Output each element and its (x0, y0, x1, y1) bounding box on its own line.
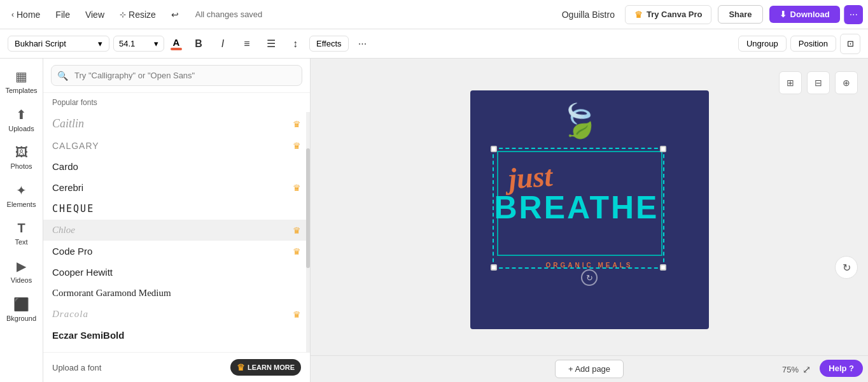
sidebar-label-templates: Templates (5, 87, 37, 94)
text-color-button[interactable]: A (168, 34, 185, 53)
upload-font-bar: Upload a font ♛ LEARN MORE (43, 352, 310, 382)
uploads-icon: ⬆ (16, 107, 27, 122)
scrollbar-track (306, 112, 310, 352)
font-item-cerebri[interactable]: Cerebri ♛ (43, 177, 310, 198)
list-button[interactable]: ☰ (261, 34, 281, 54)
font-search-wrap: 🔍 (51, 65, 302, 86)
font-panel: 🔍 Popular fonts Caitlin ♛ CALGARY ♛ Card… (43, 59, 311, 382)
effects-button[interactable]: Effects (309, 36, 349, 52)
main-area: ▦ Templates ⬆ Uploads 🖼 Photos ✦ Element… (0, 59, 868, 382)
bold-button[interactable]: B (188, 34, 209, 54)
sidebar-item-photos[interactable]: 🖼 Photos (3, 140, 41, 175)
add-tool-button[interactable]: ⊕ (835, 71, 858, 94)
ungroup-button[interactable]: Ungroup (738, 36, 787, 52)
italic-icon: I (221, 38, 224, 50)
download-icon: ⬇ (780, 10, 787, 19)
font-item-calgary[interactable]: CALGARY ♛ (43, 136, 310, 156)
resize-label: Resize (129, 10, 156, 20)
font-item-chloe[interactable]: Chloe ♛ (43, 220, 310, 241)
selection-handle-br[interactable] (660, 264, 666, 271)
more-options-toolbar-button[interactable]: ··· (353, 34, 373, 54)
download-button[interactable]: ⬇ Download (769, 6, 840, 23)
undo-icon: ↩ (171, 10, 179, 20)
font-search-input[interactable] (51, 65, 302, 86)
crown-icon: ♛ (634, 10, 643, 20)
canvas-action-tools: ⊞ ⊟ ⊕ (779, 71, 858, 94)
zoom-expand-icon[interactable]: ⤢ (802, 364, 811, 376)
sidebar-item-videos[interactable]: ▶ Videos (3, 253, 41, 289)
learn-more-button[interactable]: ♛ LEARN MORE (230, 359, 301, 376)
sidebar-item-text[interactable]: T Text (3, 216, 41, 251)
sidebar-item-templates[interactable]: ▦ Templates (3, 64, 41, 99)
sidebar-item-elements[interactable]: ✦ Elements (3, 178, 41, 213)
home-button[interactable]: ‹ Home (5, 6, 46, 24)
color-strip (171, 48, 182, 50)
bold-icon: B (195, 38, 202, 50)
undo-button[interactable]: ↩ (165, 6, 185, 24)
font-item-code-pro[interactable]: Code Pro ♛ (43, 241, 310, 262)
sidebar-label-background: Bkground (6, 315, 36, 322)
scrollbar-thumb[interactable] (306, 148, 310, 269)
font-item-caitlin[interactable]: Caitlin ♛ (43, 112, 310, 136)
more-icon: ··· (358, 38, 367, 50)
text-color-label: A (173, 37, 180, 48)
sidebar-item-background[interactable]: ⬛ Bkground (3, 292, 41, 327)
breathe-text: BREATHE (494, 189, 659, 226)
font-item-cardo[interactable]: Cardo (43, 156, 310, 177)
premium-icon: ♛ (293, 141, 301, 151)
templates-icon: ▦ (15, 69, 27, 84)
copy-tool-button[interactable]: ⊟ (807, 71, 830, 94)
font-item-eczar[interactable]: Eczar SemiBold (43, 325, 310, 346)
font-item-cheque[interactable]: CHEQUE (43, 198, 310, 220)
rotate-button[interactable]: ↻ (835, 256, 858, 279)
help-button[interactable]: Help ? (820, 360, 863, 377)
search-icon: 🔍 (57, 71, 68, 81)
font-name-label: Chloe (52, 225, 75, 236)
list-icon: ☰ (267, 38, 276, 50)
frame-tool-button[interactable]: ⊞ (779, 71, 802, 94)
position-button[interactable]: Position (790, 36, 836, 52)
font-item-cooper-hewitt[interactable]: Cooper Hewitt (43, 262, 310, 283)
font-size-selector[interactable]: 54.1 ▾ (113, 36, 164, 52)
selection-handle-bl[interactable] (491, 264, 497, 271)
font-name-label: CALGARY (52, 141, 99, 151)
learn-more-label: LEARN MORE (248, 364, 295, 371)
chevron-down-icon: ▾ (154, 39, 158, 48)
add-page-button[interactable]: + Add page (555, 360, 624, 378)
font-item-cormorant[interactable]: Cormorant Garamond Medium (43, 283, 310, 304)
share-button[interactable]: Share (718, 5, 762, 24)
font-name-label: Bukhari Script (15, 39, 66, 48)
crown-icon: ♛ (237, 362, 245, 372)
align-button[interactable]: ≡ (237, 34, 257, 54)
font-item-dracola[interactable]: Dracola ♛ (43, 304, 310, 325)
font-name-label: Cooper Hewitt (52, 267, 113, 278)
organic-meals-text: ORGANIC MEALS (546, 262, 633, 269)
leaf-decoration: 🍃 (555, 99, 603, 144)
try-canva-pro-button[interactable]: ♛ Try Canva Pro (625, 5, 711, 24)
spacing-button[interactable]: ↕ (285, 34, 305, 54)
canvas-card[interactable]: 🍃 just BREATHE ORGANIC MEALS ↻ (470, 90, 709, 329)
sidebar-label-text: Text (15, 238, 27, 246)
more-options-button[interactable]: ··· (844, 5, 863, 24)
download-label: Download (790, 10, 830, 19)
font-family-selector[interactable]: Bukhari Script ▾ (8, 36, 109, 52)
font-name-label: Eczar SemiBold (52, 330, 124, 341)
zoom-level: 75% (782, 365, 799, 374)
sidebar-item-uploads[interactable]: ⬆ Uploads (3, 102, 41, 138)
resize-button[interactable]: ⊹ Resize (113, 6, 162, 24)
position-label: Position (799, 39, 828, 48)
file-label: File (55, 10, 70, 20)
font-name-label: Code Pro (52, 246, 92, 257)
chevron-down-icon: ▾ (98, 39, 102, 48)
crop-button[interactable]: ⊡ (840, 34, 860, 54)
italic-button[interactable]: I (213, 34, 233, 54)
project-name: Oguilla Bistro (562, 10, 615, 20)
font-search-bar: 🔍 (43, 59, 310, 93)
font-list: Caitlin ♛ CALGARY ♛ Cardo Cerebri ♛ CHEQ… (43, 112, 310, 352)
view-button[interactable]: View (79, 6, 111, 24)
save-status: All changes saved (195, 10, 263, 19)
file-button[interactable]: File (49, 6, 76, 24)
selection-handle-tl[interactable] (491, 146, 497, 152)
sidebar-label-elements: Elements (7, 201, 36, 208)
premium-icon: ♛ (293, 309, 301, 320)
